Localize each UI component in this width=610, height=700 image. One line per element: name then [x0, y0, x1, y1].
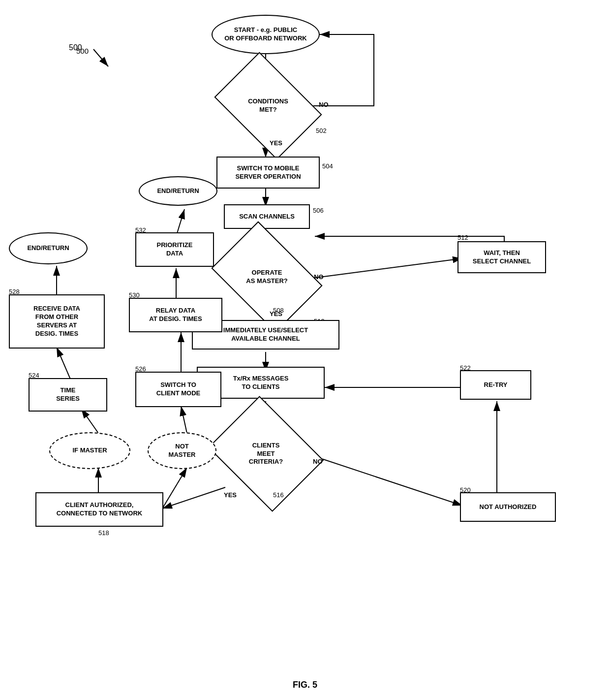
ref-530: 530: [129, 291, 140, 299]
node-receive-data: RECEIVE DATAFROM OTHERSERVERS ATDESIG. T…: [9, 294, 105, 349]
ref-526: 526: [135, 365, 146, 373]
node-time-series: TIMESERIES: [29, 378, 107, 412]
ref-522: 522: [460, 364, 471, 372]
svg-line-13: [162, 487, 225, 509]
label-no-master: NO: [314, 273, 324, 281]
node-client-authorized: CLIENT AUTHORIZED,CONNECTED TO NETWORK: [35, 492, 163, 527]
label-no-top: NO: [319, 101, 329, 108]
node-conditions-met: CONDITIONSMET?: [224, 74, 312, 138]
ref-524: 524: [29, 372, 39, 379]
diagram-label-500: 500: [69, 43, 82, 52]
node-operate-master: OPERATEAS MASTER?: [221, 244, 312, 310]
svg-line-16: [81, 409, 98, 433]
ref-518: 518: [98, 529, 109, 537]
svg-line-17: [181, 406, 187, 433]
ref-504: 504: [322, 162, 333, 170]
label-yes-conditions: YES: [270, 139, 282, 147]
node-end-return-1: END/RETURN: [139, 176, 217, 206]
node-not-authorized: NOT AUTHORIZED: [460, 492, 556, 522]
svg-line-23: [93, 49, 108, 66]
svg-line-15: [162, 468, 187, 509]
svg-line-10: [311, 455, 462, 506]
node-switch-client: SWITCH TOCLIENT MODE: [135, 372, 221, 407]
node-not-master: NOTMASTER: [148, 432, 216, 469]
node-wait-channel: WAIT, THENSELECT CHANNEL: [458, 241, 546, 273]
node-relay-data: RELAY DATAAT DESIG. TIMES: [129, 298, 222, 332]
ref-506: 506: [313, 207, 324, 214]
svg-line-18: [57, 347, 70, 379]
label-yes-clients: YES: [224, 491, 237, 499]
label-yes-master: YES: [270, 310, 282, 318]
ref-528: 528: [9, 288, 20, 295]
svg-line-6: [312, 258, 462, 278]
diagram-container: 500 START - e.g. PUBLIC OR OFFBOARD NETW…: [0, 0, 610, 700]
node-start: START - e.g. PUBLIC OR OFFBOARD NETWORK: [212, 15, 320, 54]
ref-516: 516: [273, 491, 284, 499]
node-if-master: IF MASTER: [49, 432, 130, 469]
fig-caption: FIG. 5: [0, 680, 610, 690]
ref-520: 520: [460, 486, 471, 494]
node-clients-meet: CLIENTSMEETCRITERIA?: [220, 417, 311, 490]
ref-502: 502: [316, 127, 327, 134]
ref-532: 532: [135, 226, 146, 234]
node-scan-channels: SCAN CHANNELS: [224, 204, 310, 229]
label-no-clients: NO: [313, 458, 323, 465]
ref-512: 512: [458, 234, 468, 241]
node-prioritize: PRIORITIZEDATA: [135, 232, 214, 267]
node-switch-mobile: SWITCH TO MOBILESERVER OPERATION: [216, 157, 320, 189]
node-end-return-2: END/RETURN: [9, 232, 88, 264]
node-retry: RE-TRY: [460, 370, 531, 400]
